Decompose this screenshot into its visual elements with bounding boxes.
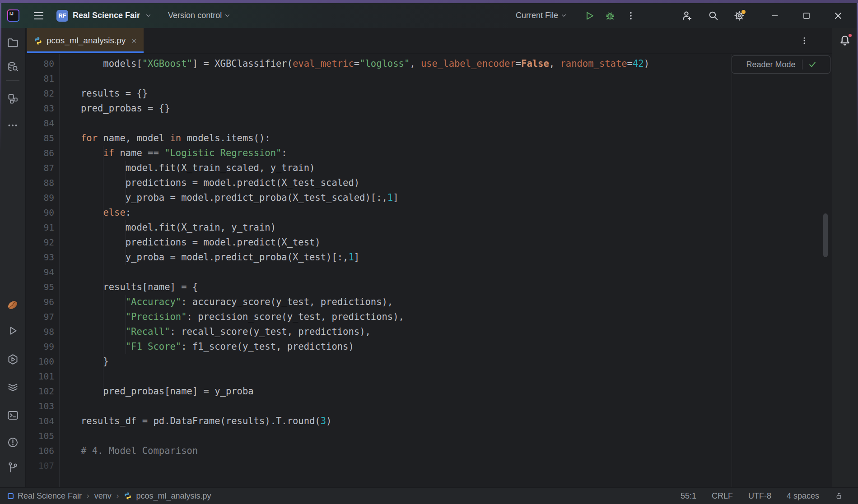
inspections-status-button[interactable] — [802, 60, 822, 69]
line-number[interactable]: 103 — [26, 399, 54, 414]
code-line[interactable]: 81 — [26, 71, 832, 86]
line-number[interactable]: 83 — [26, 101, 54, 116]
line-number[interactable]: 95 — [26, 280, 54, 295]
line-number[interactable]: 82 — [26, 86, 54, 101]
line-number[interactable]: 105 — [26, 429, 54, 444]
code-line[interactable]: 107 — [26, 458, 832, 473]
ide-logo-text: IJ — [8, 10, 14, 16]
line-number[interactable]: 99 — [26, 339, 54, 354]
plugin-tool-window-button[interactable] — [6, 299, 19, 311]
vcs-widget[interactable]: Version control — [164, 8, 234, 23]
encoding-widget[interactable]: UTF-8 — [748, 491, 771, 501]
main-menu-button[interactable] — [30, 8, 47, 24]
code-line[interactable]: 90 else: — [26, 205, 832, 220]
run-configuration-selector[interactable]: Current File — [512, 8, 571, 23]
more-tool-windows-button[interactable] — [6, 119, 19, 132]
line-number[interactable]: 94 — [26, 265, 54, 280]
line-number[interactable]: 107 — [26, 458, 54, 473]
run-button[interactable] — [581, 8, 598, 24]
python-console-tool-window-button[interactable] — [6, 353, 19, 365]
code-line[interactable]: 93 y_proba = model.predict_proba(X_test)… — [26, 250, 832, 265]
code-line[interactable]: 106# 4. Model Comparison — [26, 444, 832, 458]
repositories-search-tool-window-button[interactable] — [6, 60, 19, 73]
code-line[interactable]: 91 model.fit(X_train, y_train) — [26, 220, 832, 235]
terminal-tool-window-button[interactable] — [6, 409, 19, 421]
vertical-scrollbar-thumb[interactable] — [823, 213, 828, 257]
tab-close-icon[interactable]: × — [131, 37, 136, 45]
indent-widget[interactable]: 4 spaces — [787, 491, 819, 501]
line-number[interactable]: 106 — [26, 444, 54, 458]
maximize-button[interactable] — [797, 7, 816, 25]
code-line[interactable]: 89 y_proba = model.predict_proba(X_test_… — [26, 190, 832, 205]
code-line[interactable]: 97 "Precision": precision_score(y_test, … — [26, 310, 832, 324]
code-lines[interactable]: 80 models["XGBoost"] = XGBClassifier(eva… — [26, 56, 832, 473]
editor-options-button[interactable] — [796, 32, 813, 49]
line-number[interactable]: 88 — [26, 176, 54, 190]
line-number[interactable]: 80 — [26, 56, 54, 71]
line-number[interactable]: 87 — [26, 161, 54, 176]
line-number[interactable]: 90 — [26, 205, 54, 220]
code-line[interactable]: 101 — [26, 369, 832, 384]
line-number[interactable]: 91 — [26, 220, 54, 235]
code-line[interactable]: 102 pred_probas[name] = y_proba — [26, 384, 832, 399]
code-line[interactable]: 82results = {} — [26, 86, 832, 101]
code-line[interactable]: 103 — [26, 399, 832, 414]
code-editor[interactable]: 80 models["XGBoost"] = XGBClassifier(eva… — [26, 54, 832, 487]
debug-button[interactable] — [602, 8, 619, 24]
line-number[interactable]: 101 — [26, 369, 54, 384]
line-number[interactable]: 92 — [26, 235, 54, 250]
search-everywhere-button[interactable] — [704, 8, 722, 24]
code-line[interactable]: 85for name, model in models.items(): — [26, 131, 832, 146]
close-button[interactable] — [828, 7, 848, 25]
code-line[interactable]: 95 results[name] = { — [26, 280, 832, 295]
project-tool-window-button[interactable] — [6, 36, 19, 49]
code-line[interactable]: 83pred_probas = {} — [26, 101, 832, 116]
line-number[interactable]: 97 — [26, 310, 54, 324]
line-number[interactable]: 104 — [26, 414, 54, 429]
code-line[interactable]: 84 — [26, 116, 832, 131]
breadcrumb-file[interactable]: pcos_ml_analysis.py — [136, 491, 211, 501]
line-number[interactable]: 98 — [26, 324, 54, 339]
reader-mode-widget[interactable]: Reader Mode — [732, 55, 830, 74]
line-number[interactable]: 86 — [26, 146, 54, 161]
code-line[interactable]: 80 models["XGBoost"] = XGBClassifier(eva… — [26, 56, 832, 71]
notifications-button[interactable] — [838, 34, 852, 47]
file-lock-widget[interactable] — [835, 491, 844, 500]
line-number[interactable]: 81 — [26, 71, 54, 86]
line-number[interactable]: 93 — [26, 250, 54, 265]
line-number[interactable]: 85 — [26, 131, 54, 146]
run-tool-window-button[interactable] — [6, 324, 19, 337]
code-line[interactable]: 100 } — [26, 354, 832, 369]
git-tool-window-button[interactable] — [6, 461, 19, 473]
line-number[interactable]: 84 — [26, 116, 54, 131]
code-line[interactable]: 87 model.fit(X_train_scaled, y_train) — [26, 161, 832, 176]
breadcrumb-folder[interactable]: venv — [94, 491, 112, 501]
code-line[interactable]: 88 predictions = model.predict(X_test_sc… — [26, 176, 832, 190]
ide-logo-icon[interactable]: IJ — [7, 9, 19, 22]
line-number[interactable]: 89 — [26, 190, 54, 205]
tab-pcos-ml-analysis[interactable]: pcos_ml_analysis.py × — [27, 28, 144, 53]
code-with-me-button[interactable] — [678, 8, 695, 24]
line-number[interactable]: 96 — [26, 295, 54, 310]
code-line[interactable]: 98 "Recall": recall_score(y_test, predic… — [26, 324, 832, 339]
minimize-button[interactable] — [765, 7, 785, 25]
problems-tool-window-button[interactable] — [6, 436, 19, 449]
services-tool-window-button[interactable] — [6, 380, 19, 393]
project-avatar[interactable]: RF — [56, 10, 68, 22]
caret-position-widget[interactable]: 55:1 — [681, 491, 696, 501]
project-selector[interactable]: Real Science Fair — [73, 8, 155, 23]
settings-button[interactable] — [731, 8, 748, 24]
code-line[interactable]: 105 — [26, 429, 832, 444]
structure-tool-window-button[interactable] — [6, 92, 19, 105]
line-number[interactable]: 102 — [26, 384, 54, 399]
code-line[interactable]: 104results_df = pd.DataFrame(results).T.… — [26, 414, 832, 429]
code-line[interactable]: 86 if name == "Logistic Regression": — [26, 146, 832, 161]
code-line[interactable]: 94 — [26, 265, 832, 280]
more-actions-button[interactable] — [622, 8, 639, 24]
code-line[interactable]: 96 "Accuracy": accuracy_score(y_test, pr… — [26, 295, 832, 310]
breadcrumb-project[interactable]: Real Science Fair — [18, 491, 82, 501]
line-separator-widget[interactable]: CRLF — [712, 491, 733, 501]
code-line[interactable]: 92 predictions = model.predict(X_test) — [26, 235, 832, 250]
line-number[interactable]: 100 — [26, 354, 54, 369]
code-line[interactable]: 99 "F1 Score": f1_score(y_test, predicti… — [26, 339, 832, 354]
